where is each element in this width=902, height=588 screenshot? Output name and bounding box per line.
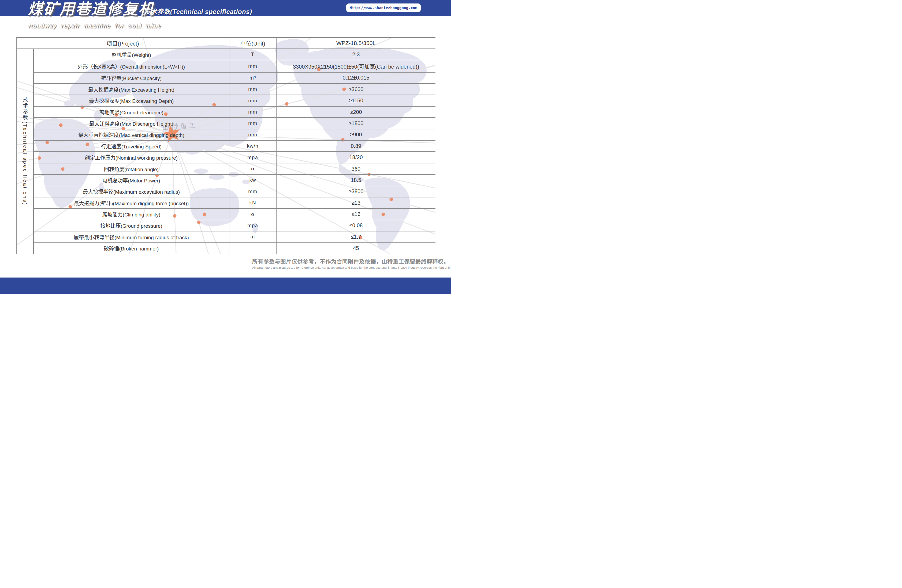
spec-row: 外形（长X宽X高）(Overall dimension(L×W×H))mm330… xyxy=(16,60,435,72)
spec-unit-cell: o xyxy=(229,163,276,174)
spec-value-cell: 18/20 xyxy=(276,152,435,163)
brand-logo-subtitle: Roadway repair machine for coal mine xyxy=(28,22,161,29)
spec-value-cell: ≤16 xyxy=(276,208,435,220)
spec-unit-cell xyxy=(229,243,276,254)
spec-unit-cell: mm xyxy=(229,84,276,95)
spec-unit-cell: m³ xyxy=(229,72,276,84)
spec-label-cell: 最大挖掘高度(Max Excavating Height) xyxy=(33,84,229,95)
footer-band xyxy=(0,278,451,294)
website-url-text: Http://www.shantezhonggong.com xyxy=(350,6,418,10)
spec-label-cell: 最大挖掘深度(Max Excavating Depth) xyxy=(33,95,229,106)
brand-logo-chinese: 煤矿用巷道修复机 xyxy=(28,2,154,17)
spec-row: 履带最小转弯半径(Minimum turning radius of track… xyxy=(16,231,435,242)
spec-label-cell: 最大挖掘力(铲斗)(Maximum digging force (bucket)… xyxy=(33,197,229,208)
spec-value-cell: ≥1800 xyxy=(276,117,435,129)
spec-unit-cell: kw/h xyxy=(229,141,276,152)
spec-row: 行走速度(Traveling Speed)kw/h0.89 xyxy=(16,141,435,152)
spec-label-cell: 外形（长X宽X高）(Overall dimension(L×W×H)) xyxy=(33,60,229,72)
spec-row: 爬坡能力(Climbing ability)o≤16 xyxy=(16,208,435,220)
spec-label-cell: 行走速度(Traveling Speed) xyxy=(33,141,229,152)
spec-label-cell: 离地间隙(Ground clearance) xyxy=(33,106,229,117)
spec-row: 最大垂直挖掘深度(Max vertical dingging depth)mm≥… xyxy=(16,129,435,141)
spec-label-cell: 最大挖掘半径(Maximum excavation radius) xyxy=(33,186,229,197)
spec-value-cell: ≥900 xyxy=(276,129,435,141)
spec-unit-cell: mm xyxy=(229,129,276,141)
spec-value-cell: 360 xyxy=(276,163,435,174)
spec-row: 接地比压(Ground pressure)mpa≤0.08 xyxy=(16,220,435,231)
spec-row: 最大挖掘高度(Max Excavating Height)mm≥3600 xyxy=(16,84,435,95)
spec-unit-cell: kN xyxy=(229,197,276,208)
spec-value-cell: ≤1.7 xyxy=(276,231,435,242)
spec-label-cell: 接地比压(Ground pressure) xyxy=(33,220,229,231)
spec-unit-cell: mm xyxy=(229,117,276,129)
side-label-vertical: 技术参数(Technical specifications) xyxy=(16,49,33,254)
spec-label-cell: 额定工作压力(Nominal working pressure) xyxy=(33,152,229,163)
website-url-pill[interactable]: Http://www.shantezhonggong.com xyxy=(346,3,421,12)
spec-row: 电机总功率(Motor Power)kw18.5 xyxy=(16,174,435,186)
spec-row: 离地间隙(Ground clearance)mm≥200 xyxy=(16,106,435,117)
spec-label-cell: 电机总功率(Motor Power) xyxy=(33,174,229,186)
spec-row: 回转角度(rotation angle)o360 xyxy=(16,163,435,174)
spec-row: 额定工作压力(Nominal working pressure)mpa18/20 xyxy=(16,152,435,163)
spec-unit-cell: kw xyxy=(229,174,276,186)
spec-unit-cell: mm xyxy=(229,95,276,106)
spec-unit-cell: m xyxy=(229,231,276,242)
spec-value-cell: ≥200 xyxy=(276,106,435,117)
spec-value-cell: 45 xyxy=(276,243,435,254)
spec-unit-cell: mpa xyxy=(229,220,276,231)
spec-value-cell: 2.3 xyxy=(276,49,435,60)
spec-label-cell: 铲斗容量(Bucket Capacity) xyxy=(33,72,229,84)
spec-row: 破碎锤(Broken hammer)45 xyxy=(16,243,435,254)
spec-value-cell: ≥13 xyxy=(276,197,435,208)
spec-table: 项目(Project) 单位(Unit) WPZ-18.5/350L 技术参数(… xyxy=(16,37,435,254)
spec-table-area: 山特重工 项目(Project) 单位(Unit) WPZ-18.5/350L … xyxy=(16,37,435,254)
spec-unit-cell: mpa xyxy=(229,152,276,163)
table-header-row: 项目(Project) 单位(Unit) WPZ-18.5/350L xyxy=(16,38,435,49)
spec-label-cell: 爬坡能力(Climbing ability) xyxy=(33,208,229,220)
spec-row: 最大卸料高度(Max Discharge Height)mm≥1800 xyxy=(16,117,435,129)
spec-value-cell: ≥3600 xyxy=(276,84,435,95)
spec-label-cell: 最大垂直挖掘深度(Max vertical dingging depth) xyxy=(33,129,229,141)
page-title: 技术参数(Technical specifications) xyxy=(144,6,252,16)
spec-unit-cell: o xyxy=(229,208,276,220)
spec-value-cell: 0.12±0.015 xyxy=(276,72,435,84)
spec-value-cell: 18.5 xyxy=(276,174,435,186)
spec-unit-cell: mm xyxy=(229,186,276,197)
spec-unit-cell: T xyxy=(229,49,276,60)
spec-row: 技术参数(Technical specifications)整机重量(Weigh… xyxy=(16,49,435,60)
disclaimer: 所有参数与图片仅供参考，不作为合同附件及依据，山特重工保留最终解释权。 All … xyxy=(252,257,435,269)
spec-value-cell: 0.89 xyxy=(276,141,435,152)
spec-sheet-page: 煤矿用巷道修复机 Roadway repair machine for coal… xyxy=(0,0,451,294)
disclaimer-english: All parameters and pictures are for refe… xyxy=(252,266,435,269)
spec-row: 最大挖掘力(铲斗)(Maximum digging force (bucket)… xyxy=(16,197,435,208)
spec-label-cell: 最大卸料高度(Max Discharge Height) xyxy=(33,117,229,129)
spec-value-cell: ≥1150 xyxy=(276,95,435,106)
spec-value-cell: ≥3800 xyxy=(276,186,435,197)
header-project: 项目(Project) xyxy=(16,38,229,49)
spec-label-cell: 破碎锤(Broken hammer) xyxy=(33,243,229,254)
spec-row: 最大挖掘半径(Maximum excavation radius)mm≥3800 xyxy=(16,186,435,197)
spec-row: 最大挖掘深度(Max Excavating Depth)mm≥1150 xyxy=(16,95,435,106)
header-unit: 单位(Unit) xyxy=(229,38,276,49)
spec-label-cell: 履带最小转弯半径(Minimum turning radius of track… xyxy=(33,231,229,242)
spec-value-cell: 3300X950X2150(1500)±50(可加宽(Can be widene… xyxy=(276,60,435,72)
spec-label-cell: 整机重量(Weight) xyxy=(33,49,229,60)
spec-row: 铲斗容量(Bucket Capacity)m³0.12±0.015 xyxy=(16,72,435,84)
spec-unit-cell: mm xyxy=(229,60,276,72)
spec-unit-cell: mm xyxy=(229,106,276,117)
header-model: WPZ-18.5/350L xyxy=(276,38,435,49)
spec-value-cell: ≤0.08 xyxy=(276,220,435,231)
spec-label-cell: 回转角度(rotation angle) xyxy=(33,163,229,174)
disclaimer-chinese: 所有参数与图片仅供参考，不作为合同附件及依据，山特重工保留最终解释权。 xyxy=(252,257,435,265)
